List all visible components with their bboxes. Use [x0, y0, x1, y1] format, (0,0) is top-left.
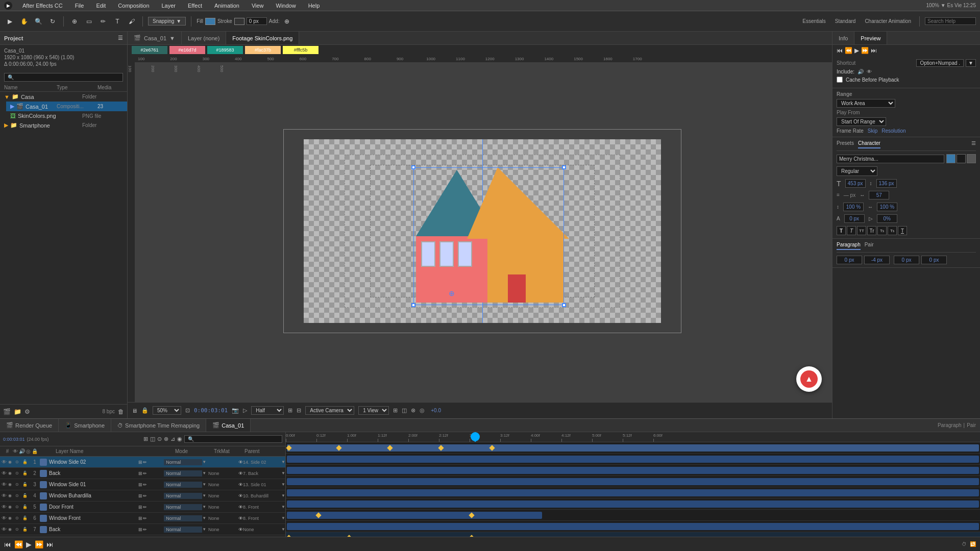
tsumi-input[interactable]	[877, 214, 897, 223]
eye-1[interactable]: 👁	[0, 459, 8, 465]
camera-select[interactable]: Active Camera	[305, 406, 354, 415]
para-right-indent[interactable]	[864, 256, 890, 264]
solo-3[interactable]: ⊙	[15, 482, 22, 487]
audio-4[interactable]: ◉	[8, 493, 15, 498]
menu-composition[interactable]: Composition	[116, 2, 151, 10]
pb-beginning-btn[interactable]: ⏮	[4, 540, 11, 548]
menu-animation[interactable]: Animation	[212, 2, 241, 10]
watermark-button[interactable]: ▲	[796, 366, 822, 392]
menu-file[interactable]: File	[73, 2, 86, 10]
viewer-icon-2[interactable]: 🔒	[141, 407, 149, 414]
eye-6[interactable]: 👁	[0, 515, 8, 521]
handle-tr[interactable]	[562, 165, 566, 169]
layer-mode-1[interactable]: Normal	[164, 459, 202, 465]
parent-arrow-1[interactable]: ▼	[281, 460, 285, 464]
font-input[interactable]	[837, 155, 944, 163]
lock-6[interactable]: 🔓	[22, 516, 30, 520]
mode-arrow-7[interactable]: ▼	[202, 527, 206, 532]
tool-text[interactable]: T	[112, 16, 123, 27]
solo-5[interactable]: ⊙	[15, 505, 22, 509]
fit-btn[interactable]: ⊡	[185, 407, 190, 414]
zoom-select[interactable]: 50%100%25%	[153, 406, 181, 415]
solo-6[interactable]: ⊙	[15, 516, 22, 520]
project-settings-btn[interactable]: ⚙	[24, 408, 30, 415]
handle-br[interactable]	[562, 303, 566, 307]
shortcut-dropdown[interactable]: ▼	[966, 59, 976, 67]
include-audio-icon[interactable]: 🔊	[857, 69, 864, 74]
track-bar-6[interactable]	[287, 500, 979, 508]
parent-arrow-7[interactable]: ▼	[281, 527, 285, 532]
prev-last-btn[interactable]: ⏭	[871, 47, 877, 54]
canvas-viewport[interactable]: 100 200 300 400 500 600 700 800 900 1000…	[128, 55, 832, 402]
bg-color-swatch[interactable]	[957, 154, 966, 163]
solo-2[interactable]: ⊙	[15, 471, 22, 475]
tab-layer[interactable]: Layer (none)	[182, 32, 226, 44]
font-style-select[interactable]: Regular	[837, 166, 877, 176]
text-sub-btn[interactable]: Ts	[888, 226, 897, 235]
presets-tab[interactable]: Presets	[837, 140, 854, 148]
viewer-icon-1[interactable]: 🖥	[132, 408, 137, 414]
mode-arrow-3[interactable]: ▼	[202, 482, 206, 487]
handle-bl[interactable]	[411, 303, 415, 307]
menu-effect[interactable]: Effect	[186, 2, 204, 10]
stroke-swatch[interactable]	[234, 18, 244, 25]
mode-arrow-2[interactable]: ▼	[202, 471, 206, 475]
lock-1[interactable]: 🔓	[22, 460, 30, 464]
workspace-essentials[interactable]: Essentials	[799, 17, 829, 25]
text-bold-btn[interactable]: T	[837, 226, 846, 235]
pb-play-btn[interactable]: ▶	[26, 540, 32, 548]
stroke-width-input[interactable]	[247, 17, 267, 25]
viewer-icon-7[interactable]: ⊗	[411, 407, 415, 414]
eye-3[interactable]: 👁	[0, 482, 8, 487]
scale-y-input[interactable]	[877, 203, 897, 211]
lt-icon-1[interactable]: ⊞	[143, 436, 148, 442]
layer-row-7[interactable]: 👁 ◉ ⊙ 🔓 7 Back ⊞ ✏ Normal ▼ None 👁 None	[0, 524, 285, 535]
color-chip-1[interactable]: #2e6761	[132, 46, 167, 54]
tab-footage[interactable]: Footage SkinColors.png	[226, 32, 299, 44]
layer-row-4[interactable]: 👁 ◉ ⊙ 🔓 4 Window Buhardilla ⊞ ✏ Normal ▼…	[0, 490, 285, 502]
pair-tab[interactable]: Pair	[865, 242, 874, 250]
handle-tl[interactable]	[411, 165, 415, 169]
layer-visible-2[interactable]: 👁	[238, 471, 243, 476]
audio-7[interactable]: ◉	[8, 527, 15, 532]
viewer-icon-8[interactable]: ◎	[420, 407, 425, 414]
layer-visible-3[interactable]: 👁	[238, 482, 243, 487]
audio-2[interactable]: ◉	[8, 471, 15, 475]
layer-visible-1[interactable]: 👁	[238, 460, 243, 465]
view-select[interactable]: 1 View	[358, 406, 389, 415]
layer-row-6[interactable]: 👁 ◉ ⊙ 🔓 6 Window Front ⊞ ✏ Normal ▼ None…	[0, 513, 285, 524]
mode-arrow-5[interactable]: ▼	[202, 505, 206, 509]
viewer-icon-5[interactable]: ⊞	[393, 407, 398, 414]
track-bar-8[interactable]	[287, 523, 979, 530]
solo-1[interactable]: ⊙	[15, 460, 22, 464]
menu-edit[interactable]: Edit	[94, 2, 108, 10]
mode-arrow-4[interactable]: ▼	[202, 493, 206, 498]
lock-2[interactable]: 🔓	[22, 471, 30, 475]
solo-7[interactable]: ⊙	[15, 527, 22, 532]
playhead-marker[interactable]	[471, 432, 480, 441]
para-left-indent[interactable]	[837, 256, 862, 264]
paragraph-tab[interactable]: Paragraph	[837, 242, 861, 250]
layer-mode-5[interactable]: Normal	[164, 504, 202, 510]
tool-rotate[interactable]: ↻	[47, 16, 58, 27]
eye-5[interactable]: 👁	[0, 504, 8, 510]
tracking-input[interactable]	[869, 191, 889, 199]
solo-4[interactable]: ⊙	[15, 493, 22, 498]
font-size-input[interactable]	[845, 179, 866, 188]
layer-row-5[interactable]: 👁 ◉ ⊙ 🔓 5 Door Front ⊞ ✏ Normal ▼ None 👁	[0, 502, 285, 513]
layer-mode-7[interactable]: Normal	[164, 527, 202, 533]
kf-8-pos-3[interactable]	[469, 535, 474, 537]
menu-view[interactable]: View	[250, 2, 266, 10]
search-help-input[interactable]	[925, 17, 976, 25]
track-bar-5[interactable]	[287, 489, 979, 496]
text-allcaps-btn[interactable]: TT	[857, 226, 866, 235]
panel-menu-icon[interactable]: ☰	[118, 35, 123, 41]
snapping-button[interactable]: Snapping ▼	[148, 17, 186, 26]
lock-7[interactable]: 🔓	[22, 527, 30, 532]
menu-help[interactable]: Help	[306, 2, 322, 10]
mode-arrow-6[interactable]: ▼	[202, 516, 206, 520]
color-chip-5[interactable]: #fffc5b	[283, 46, 318, 54]
tree-item-casa01[interactable]: ▶ 🎬 Casa_01 Compositi... 23	[6, 102, 127, 111]
lock-3[interactable]: 🔓	[22, 482, 30, 487]
parent-arrow-6[interactable]: ▼	[281, 516, 285, 520]
